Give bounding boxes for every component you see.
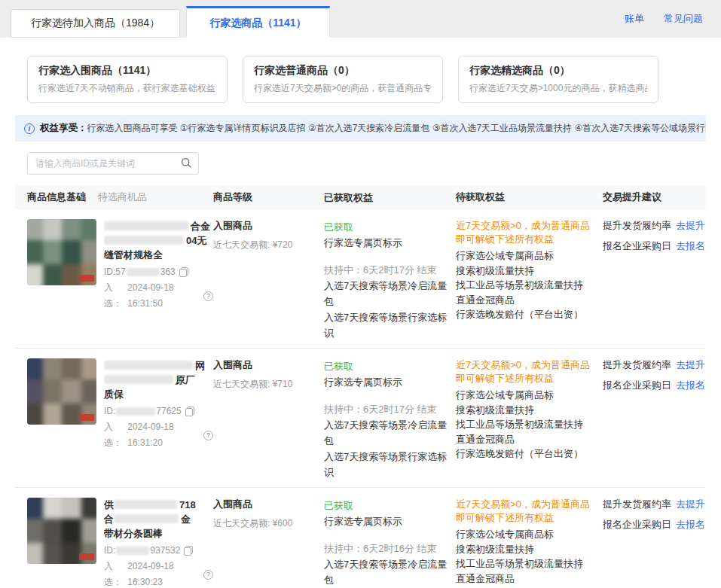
acquired-status: 已获取: [324, 219, 448, 235]
copy-icon[interactable]: [185, 407, 194, 416]
billing-link[interactable]: 账单: [625, 12, 644, 26]
pending-benefit-item: 搜索初级流量扶持: [456, 542, 595, 557]
faq-link[interactable]: 常见问题: [664, 12, 703, 26]
product-title[interactable]: 网原厂质保: [104, 358, 213, 401]
go-signup-link[interactable]: 去报名: [676, 519, 705, 530]
go-improve-link[interactable]: 去提升: [676, 220, 705, 231]
product-details: 网原厂质保 ID: 77625 入选：2024-09-18 16:31:20 ?: [104, 358, 213, 480]
suggestion-line: 报名企业采购日去报名: [603, 518, 706, 532]
table-header: 商品信息基础 特选商机品 商品等级 已获取权益 待获取权益 交易提升建议: [15, 185, 706, 209]
acquired-status: 已获取: [324, 358, 448, 374]
selected-time-line: 入选：2024-09-18 16:31:20 ?: [104, 419, 213, 451]
level-cell: 入围商品 近七天交易额: ¥710: [213, 358, 324, 480]
selected-time-line: 入选：2024-09-18 16:31:50 ?: [104, 280, 213, 312]
question-icon[interactable]: ?: [203, 570, 213, 580]
support-benefit-item: 入选7天搜索等场景行家选标识: [324, 309, 448, 341]
tab-selected-products[interactable]: 行家选商品（1141）: [186, 6, 329, 38]
product-level: 入围商品: [213, 219, 324, 233]
support-benefits-list: 入选7天搜索等场景冷启流量包入选7天搜索等场景行家选标识: [324, 278, 448, 341]
product-title[interactable]: 供718合金带材分条圆棒: [104, 498, 213, 541]
suggestion-line: 报名企业采购日去报名: [603, 239, 706, 253]
pending-benefit-item: 行家选晚发赔付（平台出资）: [456, 446, 595, 462]
support-benefits-list: 入选7天搜索等场景冷启流量包入选7天搜索等场景行家选标识: [324, 556, 448, 588]
product-thumbnail[interactable]: [27, 219, 96, 285]
support-benefit-item: 入选7天搜索等场景冷启流量包: [324, 417, 448, 449]
tab-pending-products[interactable]: 行家选待加入商品（1984）: [11, 9, 180, 38]
pending-benefits-cell: 近7天交易额>0，成为普通商品即可解锁下述所有权益 行家选公域专属商品标搜索初级…: [456, 498, 603, 588]
product-level: 入围商品: [213, 498, 324, 511]
pending-benefit-item: 找工业品等场景初级流量扶持: [456, 417, 595, 432]
support-timer-line: 扶持中：6天2时16分 结束: [324, 541, 448, 556]
support-timer-line: 扶持中：6天2时17分 结束: [324, 262, 448, 278]
table-row: 合金04无缝管材规格全 ID: 57363 入选：2024-09-18 16:3…: [15, 209, 706, 349]
search-box: [27, 152, 199, 175]
pending-benefit-item: 直通金冠商品: [456, 293, 595, 308]
search-icon[interactable]: [181, 157, 192, 172]
acquired-benefits-cell: 已获取 行家选专属页标示 扶持中：6天2时17分 结束 入选7天搜索等场景冷启流…: [324, 219, 456, 341]
tab-pending-label: 行家选待加入商品（1984）: [31, 17, 160, 30]
acquired-benefits-cell: 已获取 行家选专属页标示 扶持中：6天2时16分 结束 入选7天搜索等场景冷启流…: [324, 498, 456, 588]
header-level: 商品等级: [213, 190, 324, 204]
header-links: 账单 常见问题: [625, 0, 703, 38]
tab-selected-label: 行家选商品（1141）: [209, 17, 306, 30]
pending-benefit-item: 搜索初级流量扶持: [456, 264, 595, 279]
banner-text: 权益享受：行家选入围商品可享受 ①行家选专属详情页标识及店招 ②首次入选7天搜索…: [40, 122, 706, 135]
go-improve-link[interactable]: 去提升: [676, 359, 705, 370]
go-signup-link[interactable]: 去报名: [676, 240, 705, 251]
gmv-line: 近七天交易额: ¥600: [213, 517, 324, 530]
product-id-line: ID: 937532: [104, 543, 213, 559]
acquired-status: 已获取: [324, 498, 448, 513]
question-icon[interactable]: ?: [203, 291, 213, 301]
card-desc: 行家选近7天交易>1000元的商品，获精选商品专属权益: [469, 82, 647, 95]
card-title: 行家选普通商品（0）: [254, 64, 432, 78]
card-normal-products[interactable]: 行家选普通商品（0） 行家选近7天交易额>0的商品，获普通商品专属权益: [243, 56, 443, 103]
search-input[interactable]: [27, 152, 199, 175]
card-shortlisted-products[interactable]: 行家选入围商品（1141） 行家选近7天不动销商品，获行家选基础权益: [27, 56, 228, 103]
question-icon[interactable]: ?: [203, 431, 213, 440]
benefit-banner: i 权益享受：行家选入围商品可享受 ①行家选专属详情页标识及店招 ②首次入选7天…: [15, 115, 706, 142]
suggestion-cell: 提升发货履约率去提升 报名企业采购日去报名: [603, 358, 706, 480]
level-cell: 入围商品 近七天交易额: ¥720: [213, 219, 324, 341]
suggestion-line: 提升发货履约率去提升: [603, 219, 706, 233]
pending-benefit-item: 行家选公域专属商品标: [456, 248, 595, 264]
pending-benefit-item: 行家选晚发赔付（平台出资）: [456, 307, 595, 322]
card-title: 行家选入围商品（1141）: [38, 64, 216, 78]
copy-icon[interactable]: [179, 267, 188, 277]
product-details: 供718合金带材分条圆棒 ID: 937532 入选：2024-09-18 16…: [104, 498, 213, 588]
copy-icon[interactable]: [184, 546, 193, 556]
header-acquired: 已获取权益: [324, 190, 456, 206]
support-benefit-item: 入选7天搜索等场景冷启流量包: [324, 278, 448, 309]
pending-benefit-item: 直通金冠商品: [456, 432, 595, 447]
product-title[interactable]: 合金04无缝管材规格全: [104, 219, 213, 262]
pending-benefits-cell: 近7天交易额>0，成为普通商品即可解锁下述所有权益 行家选公域专属商品标搜索初级…: [456, 358, 603, 480]
header-product-info: 商品信息基础 特选商机品: [27, 190, 213, 204]
go-improve-link[interactable]: 去提升: [676, 498, 705, 510]
product-thumbnail[interactable]: [27, 358, 96, 425]
acquired-benefits-cell: 已获取 行家选专属页标示 扶持中：6天2时17分 结束 入选7天搜索等场景冷启流…: [324, 358, 456, 480]
suggestion-line: 提升发货履约率去提升: [603, 358, 706, 372]
acquired-benefit-item: 行家选专属页标示: [324, 235, 448, 251]
product-image: [27, 358, 96, 425]
suggestion-cell: 提升发货履约率去提升 报名企业采购日去报名: [603, 498, 706, 588]
header-suggestion: 交易提升建议: [603, 190, 706, 204]
support-benefit-item: 入选7天搜索等场景冷启流量包: [324, 556, 448, 588]
top-tab-bar: 行家选待加入商品（1984） 行家选商品（1141） 账单 常见问题: [0, 0, 721, 38]
pending-headline: 近7天交易额>0，成为普通商品即可解锁下述所有权益: [456, 358, 595, 385]
card-featured-products[interactable]: 行家选精选商品（0） 行家选近7天交易>1000元的商品，获精选商品专属权益: [458, 56, 658, 103]
header-product-secondary[interactable]: 特选商机品: [98, 191, 147, 203]
product-thumbnail[interactable]: [27, 498, 96, 564]
banner-bold-label: 权益享受：: [40, 123, 87, 133]
gmv-line: 近七天交易额: ¥720: [213, 239, 324, 251]
product-table: 商品信息基础 特选商机品 商品等级 已获取权益 待获取权益 交易提升建议 合金0…: [15, 185, 706, 588]
pending-headline: 近7天交易额>0，成为普通商品即可解锁下述所有权益: [456, 219, 595, 246]
pending-benefits-cell: 近7天交易额>0，成为普通商品即可解锁下述所有权益 行家选公域专属商品标搜索初级…: [456, 219, 603, 341]
product-info-cell: 网原厂质保 ID: 77625 入选：2024-09-18 16:31:20 ?: [27, 358, 213, 480]
product-image: [27, 219, 96, 285]
pending-benefit-item: 直通金冠商品: [456, 571, 595, 586]
product-table-body: 合金04无缝管材规格全 ID: 57363 入选：2024-09-18 16:3…: [15, 209, 706, 588]
go-signup-link[interactable]: 去报名: [676, 379, 705, 391]
product-id-line: ID: 57363: [104, 264, 213, 280]
summary-cards: 行家选入围商品（1141） 行家选近7天不动销商品，获行家选基础权益 行家选普通…: [27, 56, 706, 103]
support-timer-line: 扶持中：6天2时17分 结束: [324, 401, 448, 417]
acquired-benefit-item: 行家选专属页标示: [324, 374, 448, 390]
